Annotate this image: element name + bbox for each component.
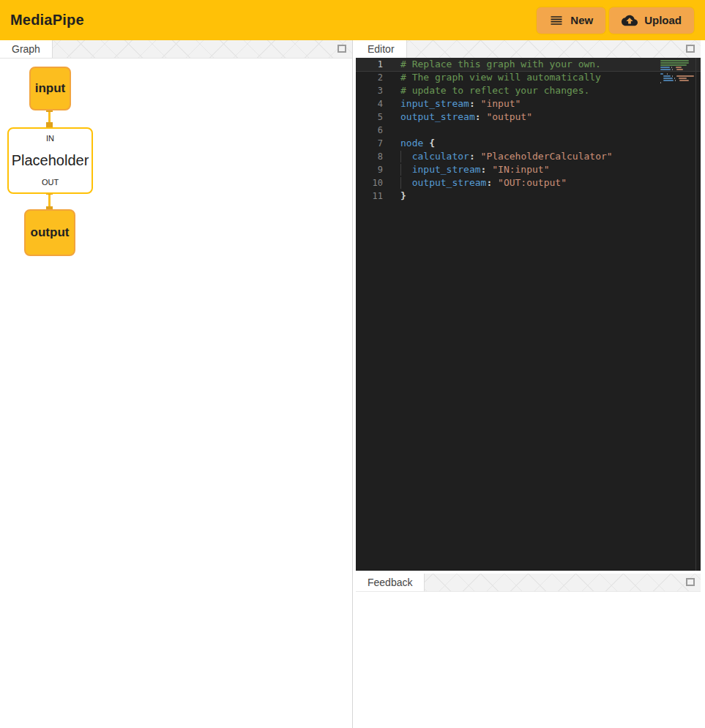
- minimap-line: [660, 64, 694, 66]
- app-header: MediaPipe New Upload: [0, 0, 705, 40]
- new-button[interactable]: New: [537, 7, 605, 34]
- minimap-line: [660, 73, 694, 75]
- graph-node-output-label: output: [31, 225, 70, 240]
- code-line: 2# The graph view will automatically: [356, 71, 701, 84]
- code-line: 6: [356, 124, 701, 137]
- minimap-line: [660, 62, 694, 64]
- minimap-line: [660, 60, 694, 61]
- app-root: MediaPipe New Upload Graph: [0, 0, 705, 728]
- feedback-output: [356, 591, 701, 728]
- graph-node-input-label: input: [35, 81, 66, 96]
- graph-node-output[interactable]: output: [24, 209, 75, 256]
- code-lines: 1# Replace this graph with your own.2# T…: [356, 58, 701, 203]
- code-line: 3# update to reflect your changes.: [356, 84, 701, 97]
- feedback-tab-strip: Feedback: [356, 574, 701, 591]
- right-column: Editor 1# Replace this graph with your o…: [356, 40, 701, 728]
- minimap[interactable]: [660, 60, 694, 84]
- code-line: 11}: [356, 189, 701, 203]
- graph-node-placeholder-label: Placeholder: [12, 152, 89, 169]
- code-line: 8 calculator: "PlaceholderCalculator": [356, 150, 701, 163]
- minimap-separator: [695, 58, 696, 571]
- minimap-line: [660, 75, 694, 77]
- graph-node-placeholder[interactable]: IN Placeholder OUT: [7, 127, 93, 194]
- minimap-line: [660, 80, 694, 81]
- code-line: 1# Replace this graph with your own.: [356, 58, 701, 71]
- new-button-label: New: [570, 14, 593, 26]
- graph-panel: Graph input IN Placeholder OUT output: [0, 40, 353, 728]
- graph-node-input[interactable]: input: [29, 67, 71, 110]
- tab-editor[interactable]: Editor: [356, 40, 407, 58]
- reorder-icon: [549, 13, 564, 28]
- graph-canvas[interactable]: input IN Placeholder OUT output: [0, 58, 352, 728]
- code-line: 9 input_stream: "IN:input": [356, 163, 701, 176]
- minimap-line: [660, 82, 694, 83]
- minimap-line: [660, 67, 694, 68]
- editor-tab-strip: Editor: [356, 40, 701, 58]
- upload-button[interactable]: Upload: [609, 7, 694, 34]
- placeholder-in-label: IN: [46, 134, 54, 143]
- code-line: 5output_stream: "output": [356, 110, 701, 124]
- feedback-panel: Feedback: [356, 574, 701, 728]
- tab-feedback[interactable]: Feedback: [356, 574, 425, 591]
- placeholder-out-label: OUT: [42, 178, 59, 187]
- page-title: MediaPipe: [0, 12, 84, 29]
- minimap-line: [660, 69, 694, 70]
- code-line: 4input_stream: "input": [356, 97, 701, 110]
- minimap-line: [660, 78, 694, 79]
- code-line: 10 output_stream: "OUT:output": [356, 176, 701, 189]
- editor-panel: Editor 1# Replace this graph with your o…: [356, 40, 701, 571]
- editor-maximize-icon[interactable]: [686, 45, 695, 53]
- header-actions: New Upload: [537, 7, 705, 34]
- tab-graph[interactable]: Graph: [0, 40, 53, 58]
- code-editor[interactable]: 1# Replace this graph with your own.2# T…: [356, 58, 701, 571]
- upload-button-label: Upload: [644, 14, 682, 26]
- minimap-line: [660, 71, 694, 72]
- feedback-maximize-icon[interactable]: [686, 578, 695, 586]
- code-line: 7node {: [356, 137, 701, 150]
- graph-tab-strip: Graph: [0, 40, 352, 58]
- cloud-upload-icon: [622, 12, 638, 29]
- graph-maximize-icon[interactable]: [337, 45, 346, 53]
